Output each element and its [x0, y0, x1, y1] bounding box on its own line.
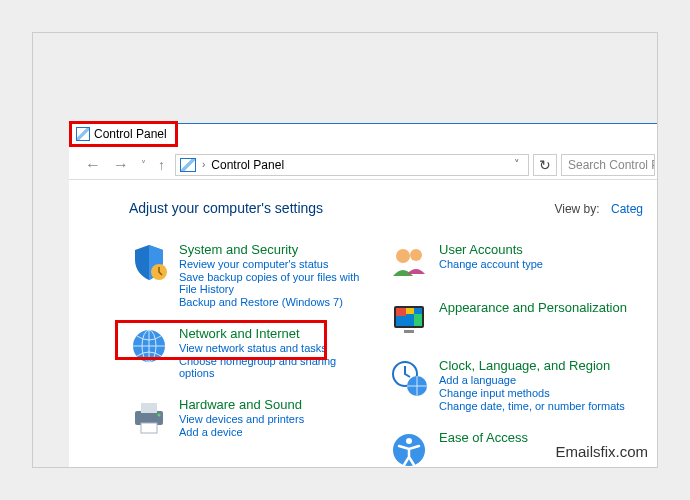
category-link[interactable]: Change date, time, or number formats: [439, 400, 625, 412]
page-frame: ← → ˅ ↑ › Control Panel ˅ ↻ Search Contr…: [32, 32, 658, 468]
category-hardware-sound: Hardware and Sound View devices and prin…: [129, 397, 367, 438]
svg-point-6: [158, 414, 161, 417]
category-link[interactable]: Change input methods: [439, 387, 625, 399]
category-title[interactable]: Ease of Access: [439, 430, 528, 445]
category-title[interactable]: Appearance and Personalization: [439, 300, 627, 315]
svg-rect-11: [396, 308, 406, 316]
svg-rect-14: [404, 330, 414, 333]
category-title[interactable]: Hardware and Sound: [179, 397, 304, 412]
svg-rect-13: [414, 314, 422, 326]
up-button[interactable]: ↑: [152, 157, 171, 173]
globe-icon: [129, 326, 169, 366]
category-link[interactable]: Save backup copies of your files with Fi…: [179, 271, 367, 295]
printer-icon: [129, 397, 169, 437]
svg-rect-5: [141, 423, 157, 433]
category-title[interactable]: System and Security: [179, 242, 367, 257]
svg-point-18: [406, 438, 412, 444]
category-link[interactable]: Change account type: [439, 258, 543, 270]
category-link[interactable]: Choose homegroup and sharing options: [179, 355, 367, 379]
view-by: View by: Categ: [554, 202, 643, 216]
screen-icon: [389, 300, 429, 340]
control-panel-icon: [76, 127, 90, 141]
category-link[interactable]: View network status and tasks: [179, 342, 367, 354]
category-column-right: User Accounts Change account type Appear…: [389, 242, 627, 467]
svg-point-7: [396, 249, 410, 263]
category-title[interactable]: User Accounts: [439, 242, 543, 257]
window-title-tab: Control Panel: [69, 121, 178, 147]
category-link[interactable]: Backup and Restore (Windows 7): [179, 296, 367, 308]
category-title[interactable]: Network and Internet: [179, 326, 367, 341]
category-link[interactable]: Review your computer's status: [179, 258, 367, 270]
accessibility-icon: [389, 430, 429, 467]
content-area: Adjust your computer's settings View by:…: [69, 180, 657, 467]
category-clock-language-region: Clock, Language, and Region Add a langua…: [389, 358, 627, 412]
breadcrumb[interactable]: Control Panel: [211, 158, 284, 172]
recent-dropdown[interactable]: ˅: [135, 159, 152, 170]
svg-rect-12: [406, 308, 414, 314]
chevron-right-icon: ›: [202, 159, 205, 170]
search-input[interactable]: Search Control P: [561, 154, 655, 176]
chevron-down-icon[interactable]: ˅: [510, 158, 524, 171]
view-by-label: View by:: [554, 202, 599, 216]
svg-rect-4: [141, 403, 157, 413]
page-title: Adjust your computer's settings: [129, 200, 627, 216]
category-link[interactable]: View devices and printers: [179, 413, 304, 425]
view-by-dropdown[interactable]: Categ: [611, 202, 643, 216]
address-bar: ← → ˅ ↑ › Control Panel ˅ ↻ Search Contr…: [69, 150, 657, 180]
path-box[interactable]: › Control Panel ˅: [175, 154, 529, 176]
category-grid: System and Security Review your computer…: [129, 242, 627, 467]
category-network-internet: Network and Internet View network status…: [129, 326, 367, 379]
category-appearance-personalization: Appearance and Personalization: [389, 300, 627, 340]
category-link[interactable]: Add a language: [439, 374, 625, 386]
forward-button[interactable]: →: [107, 156, 135, 174]
svg-point-8: [410, 249, 422, 261]
category-user-accounts: User Accounts Change account type: [389, 242, 627, 282]
category-system-security: System and Security Review your computer…: [129, 242, 367, 308]
watermark: Emailsfix.com: [555, 443, 648, 460]
control-panel-icon: [180, 158, 196, 172]
back-button[interactable]: ←: [79, 156, 107, 174]
category-title[interactable]: Clock, Language, and Region: [439, 358, 625, 373]
control-panel-window: ← → ˅ ↑ › Control Panel ˅ ↻ Search Contr…: [69, 123, 657, 467]
shield-icon: [129, 242, 169, 282]
refresh-button[interactable]: ↻: [533, 154, 557, 176]
clock-globe-icon: [389, 358, 429, 398]
category-column-left: System and Security Review your computer…: [129, 242, 367, 467]
window-title: Control Panel: [94, 127, 167, 141]
users-icon: [389, 242, 429, 282]
category-link[interactable]: Add a device: [179, 426, 304, 438]
